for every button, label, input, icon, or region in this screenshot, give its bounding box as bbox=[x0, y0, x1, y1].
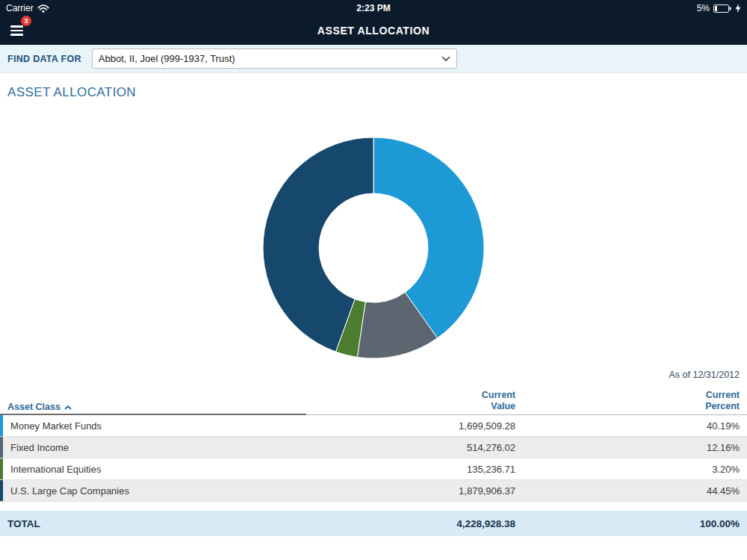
total-label: TOTAL bbox=[0, 518, 299, 529]
header-current-percent[interactable]: Current Percent bbox=[523, 390, 747, 412]
total-value: 4,228,928.38 bbox=[299, 518, 523, 529]
account-select[interactable]: Abbot, II, Joel (999-1937, Trust) bbox=[92, 49, 457, 69]
table-header-row: Asset Class Current Value Current Percen… bbox=[0, 388, 747, 415]
current-value-cell: 1,699,509.28 bbox=[299, 420, 523, 432]
menu-button[interactable]: 3 bbox=[10, 22, 30, 39]
charging-bolt-icon bbox=[735, 4, 741, 13]
find-data-bar: FIND DATA FOR Abbot, II, Joel (999-1937,… bbox=[0, 45, 747, 73]
main-content: ASSET ALLOCATION As of 12/31/2012 Asset … bbox=[0, 85, 747, 536]
hamburger-icon bbox=[10, 25, 23, 28]
header-asset-class[interactable]: Asset Class bbox=[0, 402, 299, 412]
current-percent-cell: 3.20% bbox=[523, 464, 747, 475]
section-heading: ASSET ALLOCATION bbox=[7, 85, 747, 100]
row-color-indicator bbox=[0, 480, 3, 501]
asset-allocation-donut-chart bbox=[254, 128, 493, 367]
table-total-row: TOTAL 4,228,928.38 100.00% bbox=[0, 511, 747, 536]
nav-title: ASSET ALLOCATION bbox=[0, 25, 747, 37]
table-row: Money Market Funds 1,699,509.28 40.19% bbox=[0, 415, 747, 437]
asset-class-cell: Fixed Income bbox=[0, 442, 299, 453]
carrier-label: Carrier bbox=[6, 3, 34, 13]
status-bar: Carrier 2:23 PM 5% bbox=[0, 0, 747, 16]
asset-class-cell: International Equities bbox=[0, 464, 299, 475]
battery-percent: 5% bbox=[697, 3, 710, 13]
current-percent-cell: 44.45% bbox=[523, 485, 747, 497]
row-color-indicator bbox=[0, 415, 3, 436]
current-percent-cell: 40.19% bbox=[523, 420, 747, 432]
asset-allocation-table: Asset Class Current Value Current Percen… bbox=[0, 388, 747, 536]
current-value-cell: 1,879,906.37 bbox=[299, 485, 523, 497]
current-percent-cell: 12.16% bbox=[523, 442, 747, 453]
sort-asc-icon bbox=[64, 405, 72, 410]
chevron-down-icon bbox=[441, 56, 450, 62]
table-row: Fixed Income 514,276.02 12.16% bbox=[0, 437, 747, 458]
battery-icon bbox=[713, 4, 731, 13]
notification-badge: 3 bbox=[21, 16, 31, 26]
wifi-icon bbox=[37, 4, 49, 13]
as-of-date: As of 12/31/2012 bbox=[0, 369, 747, 381]
find-data-label: FIND DATA FOR bbox=[7, 54, 81, 64]
table-row: U.S. Large Cap Companies 1,879,906.37 44… bbox=[0, 480, 747, 502]
chart-area bbox=[0, 128, 747, 367]
account-select-value: Abbot, II, Joel (999-1937, Trust) bbox=[99, 53, 235, 64]
asset-class-cell: U.S. Large Cap Companies bbox=[0, 485, 299, 497]
row-color-indicator bbox=[0, 458, 3, 479]
nav-bar: 3 ASSET ALLOCATION bbox=[0, 16, 747, 45]
clock: 2:23 PM bbox=[356, 3, 390, 13]
total-percent: 100.00% bbox=[523, 518, 747, 529]
asset-class-cell: Money Market Funds bbox=[0, 420, 299, 432]
header: Carrier 2:23 PM 5% bbox=[0, 0, 747, 45]
row-color-indicator bbox=[0, 437, 3, 458]
current-value-cell: 135,236.71 bbox=[299, 464, 523, 475]
app-screen: Carrier 2:23 PM 5% bbox=[0, 0, 747, 560]
header-current-value[interactable]: Current Value bbox=[299, 390, 523, 412]
table-row: International Equities 135,236.71 3.20% bbox=[0, 458, 747, 480]
current-value-cell: 514,276.02 bbox=[299, 442, 523, 453]
